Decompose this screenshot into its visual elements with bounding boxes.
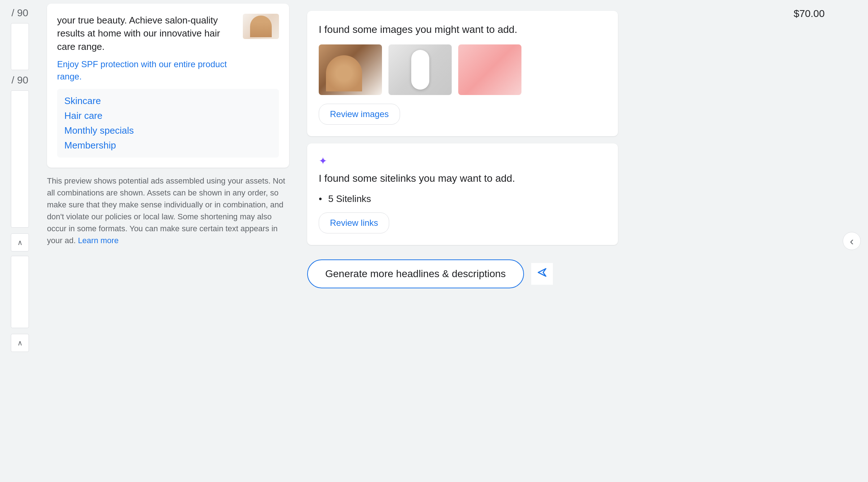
collapse-panel-button[interactable]: ‹: [843, 232, 861, 250]
scrollbar-track-1[interactable]: [11, 23, 29, 70]
site-link-haircare[interactable]: Hair care: [64, 110, 272, 121]
learn-more-link[interactable]: Learn more: [78, 236, 119, 245]
ad-preview-content: your true beauty. Achieve salon-quality …: [57, 14, 279, 82]
preview-notice: This preview shows potential ads assembl…: [47, 175, 289, 246]
send-button[interactable]: [531, 263, 553, 285]
image-thumb-1[interactable]: [319, 44, 382, 95]
ad-text-block: your true beauty. Achieve salon-quality …: [57, 14, 236, 82]
scrollbar-track-2[interactable]: [11, 90, 29, 228]
site-link-membership[interactable]: Membership: [64, 140, 272, 151]
sitelinks-suggestion-card: ✦ I found some sitelinks you may want to…: [307, 143, 618, 245]
sitelinks-count-label: 5 Sitelinks: [328, 193, 371, 204]
person-shape: [250, 16, 272, 37]
images-row: [319, 44, 606, 95]
collapse-arrow-1[interactable]: ∧: [11, 233, 29, 251]
images-suggestion-title: I found some images you might want to ad…: [319, 22, 606, 36]
image-thumb-3[interactable]: [458, 44, 521, 95]
site-link-monthly-specials[interactable]: Monthly specials: [64, 125, 272, 136]
price-display: $70.00: [794, 8, 825, 20]
ad-image-thumb: [243, 14, 279, 39]
right-panel: $70.00 I found some images you might wan…: [296, 0, 868, 482]
char-counter-2: / 90: [12, 74, 29, 86]
sitelinks-suggestion-title: I found some sitelinks you may want to a…: [319, 171, 606, 185]
left-panel: / 90 / 90 ∧ ∧ your true beauty. Achieve …: [0, 0, 296, 482]
review-links-button[interactable]: Review links: [319, 212, 389, 233]
main-content-area: your true beauty. Achieve salon-quality …: [40, 0, 296, 482]
scrollbar-area: / 90 / 90 ∧ ∧: [0, 0, 40, 482]
sitelinks-count: • 5 Sitelinks: [319, 193, 606, 205]
site-link-skincare[interactable]: Skincare: [64, 95, 272, 107]
collapse-arrow-2[interactable]: ∧: [11, 334, 29, 352]
generate-section: Generate more headlines & descriptions: [307, 259, 618, 288]
suggestions-container: I found some images you might want to ad…: [307, 11, 618, 288]
preview-notice-text: This preview shows potential ads assembl…: [47, 176, 285, 245]
generate-headlines-button[interactable]: Generate more headlines & descriptions: [307, 259, 524, 288]
ad-description: your true beauty. Achieve salon-quality …: [57, 14, 236, 53]
review-images-button[interactable]: Review images: [319, 104, 400, 125]
sparkle-icon: ✦: [319, 155, 606, 167]
image-thumb-2[interactable]: [388, 44, 452, 95]
send-icon: [536, 266, 549, 282]
site-links: Skincare Hair care Monthly specials Memb…: [57, 89, 279, 158]
scrollbar-track-3[interactable]: [11, 256, 29, 328]
images-suggestion-card: I found some images you might want to ad…: [307, 11, 618, 136]
char-counter-1: / 90: [12, 7, 29, 19]
ad-preview-card: your true beauty. Achieve salon-quality …: [47, 4, 289, 168]
ad-link[interactable]: Enjoy SPF protection with our entire pro…: [57, 58, 236, 82]
